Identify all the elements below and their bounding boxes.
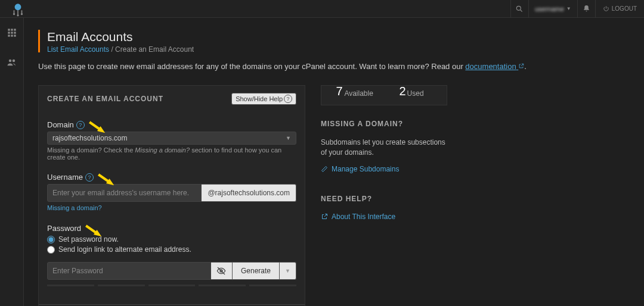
- about-interface-link[interactable]: About This Interface: [321, 213, 447, 221]
- generate-dropdown[interactable]: ▼: [280, 262, 296, 280]
- stat-used-label: Used: [407, 89, 424, 98]
- manage-subdomains-link[interactable]: Manage Subdomains: [321, 165, 447, 173]
- logout-button[interactable]: LOGOUT: [595, 0, 644, 18]
- intro-text: Use this page to create new email addres…: [38, 62, 626, 71]
- password-label: Password: [47, 224, 81, 233]
- username-help-icon[interactable]: ?: [85, 173, 94, 182]
- svg-rect-9: [11, 32, 13, 33]
- svg-rect-7: [14, 29, 16, 30]
- bell-icon[interactable]: [577, 0, 595, 18]
- svg-point-4: [517, 6, 521, 10]
- pw-alt-radio[interactable]: [47, 246, 55, 254]
- generate-button[interactable]: Generate: [233, 262, 280, 280]
- svg-rect-11: [8, 35, 10, 36]
- form-header: CREATE AN EMAIL ACCOUNT: [47, 95, 163, 103]
- need-help-header: NEED HELP?: [321, 195, 447, 203]
- show-hide-help-button[interactable]: Show/Hide Help ?: [231, 93, 296, 105]
- domain-help-icon[interactable]: ?: [76, 121, 85, 129]
- pw-alt-label: Send login link to alternate email addre…: [58, 245, 191, 254]
- breadcrumb-current: Create an Email Account: [115, 45, 194, 54]
- search-icon[interactable]: [510, 0, 528, 18]
- pw-now-radio[interactable]: [47, 236, 55, 243]
- password-strength-meter: [47, 285, 296, 286]
- logout-label: LOGOUT: [612, 5, 637, 12]
- stat-available-label: Available: [344, 89, 373, 98]
- svg-point-15: [12, 60, 15, 63]
- stats-card: 7 Available 2 Used: [321, 85, 447, 105]
- page-title: Email Accounts: [47, 30, 194, 44]
- stat-used-num: 2: [400, 85, 406, 98]
- missing-domain-link[interactable]: Missing a domain?: [47, 204, 102, 211]
- svg-point-1: [13, 13, 15, 15]
- domain-select[interactable]: rajsoftechsolutions.com ▼: [47, 132, 296, 145]
- chevron-down-icon: ▼: [286, 135, 291, 141]
- svg-point-3: [21, 13, 23, 15]
- svg-rect-6: [11, 29, 13, 30]
- nav-apps-icon[interactable]: [0, 24, 24, 42]
- username-label: Username: [47, 173, 83, 182]
- breadcrumb-list-link[interactable]: List Email Accounts: [47, 45, 109, 54]
- svg-rect-8: [8, 32, 10, 33]
- username-domain-addon: @rajsoftechsolutions.com: [202, 184, 296, 202]
- breadcrumb: List Email Accounts / Create an Email Ac…: [47, 45, 194, 54]
- svg-rect-5: [8, 29, 10, 30]
- domain-hint: Missing a domain? Check the Missing a do…: [47, 146, 296, 161]
- nav-users-icon[interactable]: [0, 54, 24, 71]
- missing-domain-text: Subdomains let you create subsections of…: [321, 138, 447, 158]
- domain-value: rajsoftechsolutions.com: [52, 134, 127, 142]
- stat-available-num: 7: [336, 85, 342, 98]
- svg-rect-12: [11, 35, 13, 36]
- domain-label: Domain: [47, 120, 74, 129]
- password-visibility-toggle[interactable]: [211, 262, 233, 280]
- user-menu[interactable]: username▼: [528, 0, 577, 18]
- svg-rect-13: [14, 35, 16, 36]
- documentation-link[interactable]: documentation: [465, 62, 524, 71]
- brand-logo[interactable]: [6, 0, 30, 18]
- svg-rect-10: [14, 32, 16, 33]
- pw-now-label: Set password now.: [58, 235, 119, 243]
- accent-bar: [38, 30, 40, 52]
- svg-point-14: [8, 60, 11, 63]
- missing-domain-header: MISSING A DOMAIN?: [321, 120, 447, 128]
- svg-point-2: [17, 14, 18, 16]
- password-input[interactable]: [47, 262, 211, 280]
- svg-point-0: [15, 4, 21, 10]
- username-input[interactable]: [47, 184, 202, 202]
